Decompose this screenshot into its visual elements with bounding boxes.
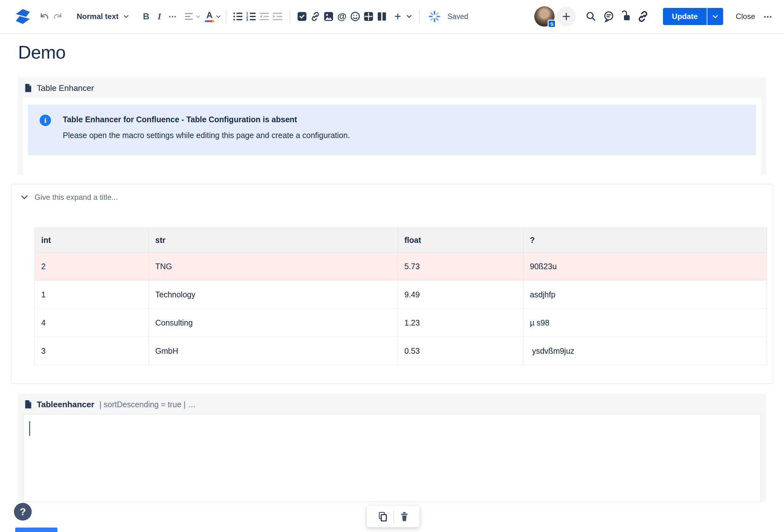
bottom-blue-element xyxy=(15,528,57,532)
copy-icon xyxy=(377,511,388,522)
chevron-down-icon xyxy=(712,15,718,18)
table-cell[interactable]: Consulting xyxy=(149,309,398,337)
table-cell[interactable]: 1.23 xyxy=(398,309,524,337)
chevron-down-icon xyxy=(216,15,221,18)
copy-link-button[interactable] xyxy=(636,8,650,25)
macro-tableenhancer[interactable]: Tableenhancer | sortDescending = true | … xyxy=(18,394,766,502)
document-icon xyxy=(25,84,32,92)
table-cell[interactable]: 0.53 xyxy=(398,337,524,365)
comment-icon xyxy=(603,10,615,23)
chevron-down-icon xyxy=(196,15,200,18)
table-cell[interactable]: GmbH xyxy=(149,337,398,365)
table-cell[interactable]: Technology xyxy=(149,280,398,309)
more-formatting-glyph: ⋯ xyxy=(169,12,177,22)
text-cursor xyxy=(29,421,30,436)
expand-block: Give this expand a title... intstrfloat?… xyxy=(11,184,773,384)
text-color-dropdown[interactable]: A xyxy=(205,8,221,25)
update-options-button[interactable] xyxy=(707,8,723,25)
save-status: Saved xyxy=(447,12,468,21)
insert-more-button[interactable]: + xyxy=(391,8,404,25)
link-button[interactable] xyxy=(309,8,322,25)
sync-spinner-icon xyxy=(428,8,441,25)
text-color-icon: A xyxy=(205,11,214,22)
delete-button[interactable] xyxy=(399,511,410,522)
toolbar-overflow-button[interactable]: ⋯ xyxy=(763,11,773,22)
table-header-row: intstrfloat? xyxy=(35,228,767,253)
macro-table-enhancer[interactable]: Table Enhancer i Table Enhancer for Conf… xyxy=(18,78,766,175)
toolbar-separator xyxy=(393,510,394,523)
text-style-dropdown[interactable]: Normal text xyxy=(77,8,129,25)
text-align-dropdown[interactable] xyxy=(185,8,200,25)
italic-glyph: I xyxy=(158,11,161,22)
bold-glyph: B xyxy=(143,11,149,22)
table-cell[interactable]: 4 xyxy=(35,309,149,337)
table-cell[interactable]: 3 xyxy=(35,337,149,365)
table-cell[interactable]: TNG xyxy=(149,253,398,280)
invite-people-button[interactable] xyxy=(557,7,576,26)
user-avatar[interactable]: S xyxy=(534,6,555,27)
avatar-status-badge: S xyxy=(548,20,556,28)
search-icon xyxy=(585,11,597,22)
copy-button[interactable] xyxy=(377,511,388,522)
table-cell[interactable]: 2 xyxy=(35,253,149,280)
macro-body: i Table Enhancer for Confluence - Table … xyxy=(23,97,761,175)
insert-dropdown-chevron[interactable] xyxy=(404,8,414,25)
plus-icon xyxy=(562,12,570,21)
toolbar-separator xyxy=(290,10,290,23)
numbered-list-button[interactable]: 1 2 3 xyxy=(245,8,258,25)
indent-button[interactable] xyxy=(271,8,285,25)
bullet-list-button[interactable] xyxy=(231,8,245,25)
macro-header[interactable]: Table Enhancer xyxy=(18,78,766,97)
undo-icon[interactable] xyxy=(37,8,51,25)
expand-collapse-button[interactable] xyxy=(21,195,28,200)
layout-button[interactable] xyxy=(375,8,389,25)
mention-glyph: @ xyxy=(337,11,346,22)
table-body: 2TNG5.7390ß23u1Technology9.49asdjhfp4Con… xyxy=(35,253,767,365)
help-button[interactable]: ? xyxy=(14,503,32,521)
document-icon xyxy=(25,400,32,409)
chevron-down-icon xyxy=(21,195,28,200)
expand-title-input[interactable]: Give this expand a title... xyxy=(34,193,118,202)
info-panel-body: Please open the macro settings while edi… xyxy=(63,131,747,140)
emoji-button[interactable] xyxy=(348,8,362,25)
table-cell[interactable]: 9.49 xyxy=(398,280,524,309)
table-cell[interactable]: ysdvßm9juz xyxy=(524,337,767,365)
text-style-label: Normal text xyxy=(77,12,122,21)
svg-text:1: 1 xyxy=(246,12,248,15)
confluence-logo-icon xyxy=(13,8,33,25)
more-formatting-button[interactable]: ⋯ xyxy=(166,8,179,25)
redo-icon[interactable] xyxy=(51,8,65,25)
info-icon: i xyxy=(39,115,51,126)
bold-button[interactable]: B xyxy=(139,8,153,25)
table-header-cell[interactable]: str xyxy=(149,228,398,253)
macro-parameters: | sortDescending = true | … xyxy=(100,400,196,409)
toolbar-separator xyxy=(419,10,420,23)
table-header-cell[interactable]: float xyxy=(398,228,524,253)
mention-button[interactable]: @ xyxy=(335,8,348,25)
table-cell[interactable]: 90ß23u xyxy=(524,253,767,280)
table-cell[interactable]: 1 xyxy=(35,280,149,309)
table-header-cell[interactable]: int xyxy=(35,228,149,253)
close-button[interactable]: Close xyxy=(736,12,755,21)
macro-text-area[interactable] xyxy=(23,414,761,502)
table-cell[interactable]: 5.73 xyxy=(398,253,524,280)
update-split-button: Update xyxy=(663,8,723,25)
node-floating-toolbar xyxy=(367,506,420,527)
table-cell[interactable]: asdjhfp xyxy=(524,280,767,309)
task-list-button[interactable] xyxy=(295,8,309,25)
comments-button[interactable] xyxy=(602,8,615,25)
image-button[interactable] xyxy=(322,8,335,25)
table-button[interactable] xyxy=(362,8,375,25)
toolbar-separator xyxy=(226,10,226,23)
page-title[interactable]: Demo xyxy=(18,42,784,63)
table-row: 3GmbH0.53 ysdvßm9juz xyxy=(35,337,767,365)
table-cell[interactable]: µ s98 xyxy=(524,309,767,337)
search-button[interactable] xyxy=(584,8,598,25)
macro-header[interactable]: Tableenhancer | sortDescending = true | … xyxy=(18,394,766,414)
svg-text:3: 3 xyxy=(246,18,248,21)
update-button[interactable]: Update xyxy=(663,8,706,25)
unlock-button[interactable] xyxy=(619,8,633,25)
outdent-button[interactable] xyxy=(258,8,271,25)
italic-button[interactable]: I xyxy=(153,8,166,25)
table-header-cell[interactable]: ? xyxy=(524,228,767,253)
